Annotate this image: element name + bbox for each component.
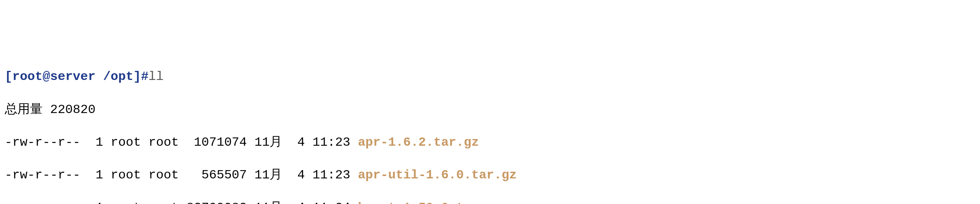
file-details: -rw-r--r-- 1 root root 1071074 11月 4 11:… <box>5 135 358 150</box>
list-item: -rw-r--r-- 1 root root 1071074 11月 4 11:… <box>5 134 975 151</box>
file-name: apr-1.6.2.tar.gz <box>358 135 479 150</box>
file-name: boost_1_59_0.tar.gz <box>358 200 502 204</box>
total-line: 总用量 220820 <box>5 102 975 118</box>
file-details: -rw-r--r-- 1 root root 83709983 11月 4 11… <box>5 200 358 204</box>
file-details: -rw-r--r-- 1 root root 565507 11月 4 11:2… <box>5 168 358 182</box>
prompt-user-host: [root@server <box>5 69 95 84</box>
command: ll <box>149 69 164 84</box>
prompt-path: /opt] <box>95 69 141 84</box>
prompt-hash: # <box>141 69 149 84</box>
file-name: apr-util-1.6.0.tar.gz <box>358 168 517 182</box>
list-item: -rw-r--r-- 1 root root 565507 11月 4 11:2… <box>5 167 975 184</box>
list-item: -rw-r--r-- 1 root root 83709983 11月 4 11… <box>5 200 975 204</box>
prompt-line: [root@server /opt]#ll <box>5 69 975 85</box>
